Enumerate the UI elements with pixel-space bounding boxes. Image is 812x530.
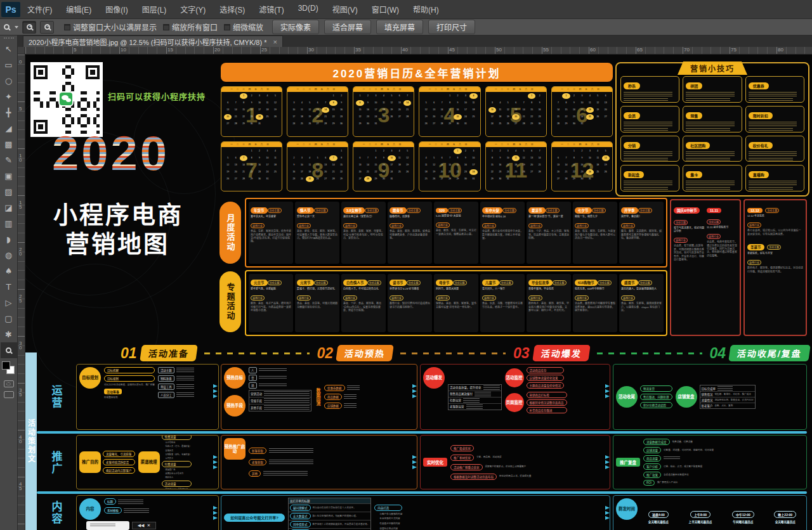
card-title: 3.8女神节 bbox=[343, 207, 365, 214]
poster-year: 2020 bbox=[52, 129, 169, 178]
weekday-header: 一二三四五六日 bbox=[486, 87, 546, 92]
content-middle-cell: 如何提高公众号图文打开率?高打开率的标题疑问理解式用与自己有关的文章标题引发个人… bbox=[221, 495, 610, 530]
card-title: 毕业狂欢季 bbox=[528, 280, 553, 286]
document-tab-title: 2020小程序电商营销地图.jpg @ 12.5% (扫码可以获得小程序扶持, … bbox=[29, 37, 266, 47]
foreground-color-swatch[interactable] bbox=[2, 361, 10, 370]
menu-item[interactable]: 窗口(W) bbox=[365, 0, 406, 18]
screen-mode-icon[interactable] bbox=[4, 391, 14, 398]
type-tool[interactable]: T bbox=[1, 279, 17, 295]
card-title: 618购物节 bbox=[575, 280, 598, 286]
checkbox-icon[interactable] bbox=[163, 24, 169, 30]
channels-node: 渠道梳理 bbox=[138, 451, 160, 473]
open-rate-question: 如何提高公众号图文打开率? bbox=[224, 514, 285, 522]
festival-card: 情人节活动主题爱你不止这一天适用行业美妆、鲜花、珠宝、服饰、家居等，可设置情人节… bbox=[295, 202, 339, 264]
menu-item[interactable]: 文件(F) bbox=[20, 0, 59, 18]
document-tab[interactable]: 2020小程序电商营销地图.jpg @ 12.5% (扫码可以获得小程序扶持, … bbox=[23, 36, 283, 47]
option-button[interactable]: 适合屏幕 bbox=[324, 20, 371, 34]
zoom-in-button[interactable]: + bbox=[22, 21, 36, 34]
zoom-tool[interactable] bbox=[1, 342, 17, 358]
option-checkbox[interactable]: 调整窗口大小以满屏显示 bbox=[64, 22, 157, 32]
eyedropper-tool[interactable]: ◢ bbox=[1, 120, 17, 136]
flow-arrows-icon bbox=[412, 384, 417, 398]
menu-item[interactable]: 选择(S) bbox=[213, 0, 252, 18]
card-title: 七夕节 bbox=[575, 207, 592, 214]
option-checkboxes: 调整窗口大小以满屏显示缩放所有窗口细微缩放 bbox=[58, 22, 263, 32]
tip-card: 预售 bbox=[683, 106, 742, 132]
path-selection-tool[interactable]: ▷ bbox=[1, 295, 17, 311]
close-node: 活动收尾 bbox=[616, 386, 638, 408]
dodge-tool[interactable]: ◍ bbox=[1, 247, 17, 263]
card-title: 圣诞节 bbox=[747, 244, 764, 250]
calendar-month: 一二三四五六日812345678910111213141516171819202… bbox=[287, 141, 348, 192]
eraser-tool[interactable]: ◪ bbox=[1, 200, 17, 216]
double12-card: 12.12 活动主题 12.12 年末狂欢 适用行业 各行业适用，错过双11后，… bbox=[747, 203, 803, 236]
history-brush-tool[interactable]: ▨ bbox=[1, 184, 17, 200]
checkbox-icon[interactable] bbox=[224, 24, 230, 30]
ops-review-cell: 活动收尾物流发货售后跟进、问题处理积分兑换活动追踪店铺复盘目标完成率销售情况销售… bbox=[613, 364, 807, 430]
zoom-icon bbox=[6, 347, 11, 353]
healing-brush-tool[interactable]: ▩ bbox=[1, 136, 17, 152]
tip-card: 拼团 bbox=[683, 76, 742, 103]
menu-item[interactable]: 滤镜(T) bbox=[252, 0, 291, 18]
blur-tool[interactable]: ◗ bbox=[1, 231, 17, 247]
panel-grip-icon[interactable] bbox=[4, 37, 14, 40]
tool-list: ↖▭○✦╋◢▩✎▣▨◪▥◗◍♠T▷▢✱ bbox=[1, 41, 17, 358]
weekday-header: 一二三四五六日 bbox=[486, 142, 546, 147]
weekday-header: 一二三四五六日 bbox=[552, 87, 612, 92]
clone-stamp-tool[interactable]: ▣ bbox=[1, 168, 17, 184]
card-title: 母亲节 bbox=[436, 280, 453, 286]
checkbox-icon[interactable] bbox=[64, 24, 70, 30]
card-title: 国庆&中秋节 bbox=[674, 207, 700, 214]
zoom-out-button[interactable]: − bbox=[40, 21, 54, 34]
eyedropper-icon: ◢ bbox=[6, 124, 12, 132]
menu-item[interactable]: 文字(Y) bbox=[173, 0, 213, 18]
flow-arrows-icon bbox=[412, 455, 417, 469]
menu-item[interactable]: 帮助(H) bbox=[406, 0, 446, 18]
content-node: 内容 bbox=[79, 498, 101, 520]
tips-title: 营销小技巧 bbox=[678, 61, 747, 75]
send-time: 上午8:00 bbox=[690, 511, 710, 518]
calendar-month: 一二三四五六日612345678910111213141516171819202… bbox=[551, 86, 613, 137]
christmas-card: 圣诞节 活动主题 圣诞狂欢，好礼与平安 适用行业 数码电子、服饰等，借圣诞赠好礼… bbox=[747, 240, 803, 273]
festival-card: 开学季活动主题迎开学，惠启航！适用行业图书、教育、文具数码、服饰等，如教育类可主… bbox=[619, 202, 664, 264]
option-button[interactable]: 打印尺寸 bbox=[428, 20, 475, 34]
promo-review-cell: 推广复盘流量数据完成度免费流量、付费流量店铺流量访客量、浏览量、访问时间、停留时… bbox=[613, 435, 807, 489]
festival-card: 母亲节活动主题妈妈节，感恩大回馈适用行业保健品、美妆、服饰、家居等，宣传主题可设… bbox=[434, 274, 478, 332]
festival-card: 七夕节活动主题相依一生，相恋七夕适用行业美妆、珠宝、服饰、生鲜等，为浪漫用户做七… bbox=[573, 202, 617, 264]
menu-item[interactable]: 视图(V) bbox=[325, 0, 365, 18]
tool-preset-caret-icon[interactable] bbox=[15, 26, 18, 29]
tab-close-icon[interactable]: × bbox=[273, 38, 277, 46]
lasso-tool[interactable]: ○ bbox=[1, 73, 17, 89]
color-swatches[interactable] bbox=[1, 360, 17, 377]
menu-item[interactable]: 图像(I) bbox=[98, 0, 134, 18]
menu-item[interactable]: 3D(D) bbox=[291, 0, 325, 18]
menu-item[interactable]: 图层(L) bbox=[135, 0, 174, 18]
move-tool[interactable]: ↖ bbox=[1, 41, 17, 57]
option-checkbox[interactable]: 细微缩放 bbox=[224, 22, 263, 32]
realtime-opt-node: 实时优化 bbox=[423, 458, 447, 467]
card-title: 情人节 bbox=[297, 207, 314, 214]
card-title: 元旦节 bbox=[251, 280, 268, 286]
menu-item[interactable]: 编辑(E) bbox=[59, 0, 98, 18]
crop-tool[interactable]: ╋ bbox=[1, 105, 17, 120]
weekday-header: 一二三四五六日 bbox=[552, 142, 612, 147]
hand-tool[interactable]: ✱ bbox=[1, 326, 17, 342]
marquee-tool[interactable]: ▭ bbox=[1, 57, 17, 73]
quick-selection-tool[interactable]: ✦ bbox=[1, 89, 17, 105]
gradient-tool[interactable]: ▥ bbox=[1, 216, 17, 231]
option-checkbox[interactable]: 缩放所有窗口 bbox=[163, 22, 218, 32]
phase-number: 02 bbox=[317, 345, 334, 362]
weekday-header: 一二三四五六日 bbox=[353, 87, 414, 92]
option-button[interactable]: 填充屏幕 bbox=[376, 20, 423, 34]
brush-tool[interactable]: ✎ bbox=[1, 152, 17, 168]
quick-mask-icon[interactable] bbox=[4, 380, 14, 387]
document-tab-bar: 2020小程序电商营销地图.jpg @ 12.5% (扫码可以获得小程序扶持, … bbox=[18, 36, 812, 47]
calendar-month: 一二三四五六日412345678910111213141516171819202… bbox=[419, 86, 480, 137]
tip-label: 砍价有礼 bbox=[749, 142, 773, 149]
pen-icon: ♠ bbox=[5, 267, 13, 275]
prep-box: 活动主题 bbox=[158, 367, 174, 373]
festival-card: 520活动主题5.20 因爱放“价”大促销适用行业美妆、服饰、珠宝、生鲜等，可主… bbox=[434, 202, 478, 264]
shape-tool[interactable]: ▢ bbox=[1, 311, 17, 326]
option-button[interactable]: 实际像素 bbox=[272, 20, 319, 34]
pen-tool[interactable]: ♠ bbox=[1, 263, 17, 279]
